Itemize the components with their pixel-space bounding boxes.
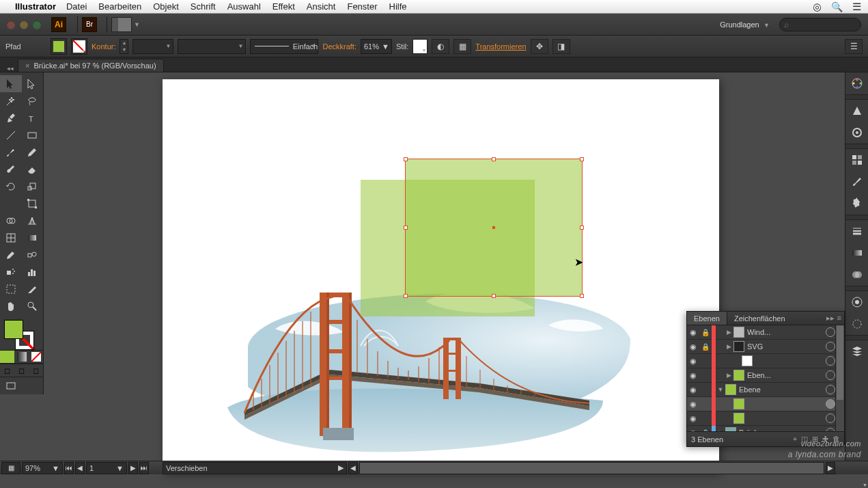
layer-row[interactable]: ◉ — [687, 411, 844, 426]
draw-behind-icon[interactable]: ◻ — [14, 364, 29, 377]
handle-top-left[interactable] — [404, 157, 408, 161]
align-button[interactable]: ▦▼ — [453, 39, 471, 54]
stroke-panel-icon[interactable] — [845, 220, 868, 242]
target-icon[interactable] — [826, 385, 835, 394]
layer-name[interactable]: Brücke — [739, 429, 826, 431]
artboard-tool[interactable] — [0, 280, 22, 297]
blob-brush-tool[interactable] — [0, 161, 22, 178]
disclosure-icon[interactable]: ▶ — [724, 329, 733, 336]
color-panel-icon[interactable] — [845, 72, 868, 94]
gradient-tool[interactable] — [22, 229, 44, 246]
artboard[interactable]: ➤ — [163, 79, 719, 473]
handle-top-right[interactable] — [580, 157, 584, 161]
search-input[interactable]: ⌕ — [779, 18, 861, 31]
visibility-toggle[interactable]: ◉ — [687, 357, 699, 366]
scale-tool[interactable] — [22, 178, 44, 195]
panel-menu-icon[interactable]: ≡ — [837, 314, 841, 323]
variable-width-dropdown[interactable]: ▼ — [178, 39, 246, 54]
slice-tool[interactable] — [22, 280, 44, 297]
visibility-toggle[interactable]: ◉ — [687, 414, 699, 423]
next-artboard-button[interactable]: ▶ — [128, 462, 138, 474]
mesh-tool[interactable] — [0, 229, 22, 246]
search-sys-icon[interactable]: 🔍 — [831, 1, 843, 12]
menu-hilfe[interactable]: Hilfe — [389, 1, 407, 12]
menu-bearbeiten[interactable]: Bearbeiten — [98, 1, 141, 12]
layer-row[interactable]: ◉ — [687, 354, 844, 368]
green-rect-selected[interactable] — [405, 159, 583, 297]
panel-menu-button[interactable]: ☰ — [845, 39, 863, 54]
first-artboard-button[interactable]: ⏮ — [64, 462, 74, 474]
column-graph-tool[interactable] — [22, 263, 44, 280]
zoom-level[interactable]: 97%▼ — [22, 462, 63, 474]
draw-normal-icon[interactable]: ◻ — [0, 364, 14, 377]
menu-datei[interactable]: Datei — [66, 1, 87, 12]
cc-icon[interactable]: ◎ — [813, 1, 822, 13]
style-swatch[interactable]: ▼ — [412, 39, 428, 54]
isolate-button[interactable]: ✥ — [531, 39, 548, 54]
current-tool-status[interactable]: Verschieben▶ — [163, 462, 347, 474]
symbol-sprayer-tool[interactable] — [0, 263, 22, 280]
layer-name[interactable]: Eben... — [747, 371, 826, 379]
target-icon[interactable] — [826, 399, 835, 409]
brushes-panel-icon[interactable] — [845, 171, 868, 193]
layer-row[interactable]: ◉🔒▶Brücke — [687, 426, 844, 431]
make-clip-icon[interactable]: ◫ — [801, 435, 808, 444]
document-tab[interactable]: × Brücke.ai* bei 97 % (RGB/Vorschau) — [18, 59, 164, 72]
gradient-panel-icon[interactable] — [845, 242, 868, 264]
horizontal-scrollbar[interactable] — [359, 462, 824, 474]
eyedropper-tool[interactable] — [0, 246, 22, 263]
blend-tool[interactable] — [22, 246, 44, 263]
layer-row[interactable]: ◉ — [687, 397, 844, 411]
menu-fenster[interactable]: Fenster — [347, 1, 377, 12]
app-name[interactable]: Illustrator — [15, 1, 56, 12]
pen-tool[interactable] — [0, 109, 22, 126]
artboard-number[interactable]: 1▼ — [86, 462, 127, 474]
opacity-label[interactable]: Deckkraft: — [322, 42, 356, 51]
visibility-toggle[interactable]: ◉ — [687, 342, 699, 351]
kuler-panel-icon[interactable] — [845, 122, 868, 144]
kontur-label[interactable]: Kontur: — [92, 42, 115, 51]
disclosure-icon[interactable]: ▶ — [716, 429, 725, 431]
tab-zeichenflaechen[interactable]: Zeichenflächen — [727, 312, 792, 325]
layer-row[interactable]: ◉▼Ebene — [687, 383, 844, 397]
menu-ansicht[interactable]: Ansicht — [307, 1, 336, 12]
lock-toggle[interactable]: 🔒 — [699, 329, 712, 336]
free-transform-tool[interactable] — [22, 195, 44, 212]
collapse-panel-icon[interactable]: ▸▸ — [826, 314, 835, 323]
arrange-documents-button[interactable] — [111, 17, 132, 32]
visibility-toggle[interactable]: ◉ — [687, 371, 699, 380]
stroke-swatch[interactable]: ▼ — [71, 38, 87, 55]
draw-inside-icon[interactable]: ◻ — [29, 364, 43, 377]
color-mode-icon[interactable] — [0, 351, 14, 363]
handle-bottom-mid[interactable] — [492, 294, 496, 298]
handle-top-mid[interactable] — [492, 157, 496, 161]
layer-name[interactable]: Ebene — [739, 385, 826, 394]
visibility-toggle[interactable]: ◉ — [687, 328, 699, 337]
direct-selection-tool[interactable] — [22, 75, 44, 92]
close-tab-icon[interactable]: × — [25, 62, 29, 70]
rotate-tool[interactable] — [0, 178, 22, 195]
menu-schrift[interactable]: Schrift — [191, 1, 216, 12]
brush-definition-dropdown[interactable]: Einfach▼ — [250, 39, 318, 54]
type-tool[interactable]: T — [22, 109, 44, 126]
symbols-panel-icon[interactable] — [845, 193, 868, 215]
layer-name[interactable]: Wind... — [747, 328, 826, 336]
menu-effekt[interactable]: Effekt — [272, 1, 295, 12]
last-artboard-button[interactable]: ⏭ — [139, 462, 149, 474]
eraser-tool[interactable] — [22, 161, 44, 178]
edit-clip-button[interactable]: ◨▼ — [552, 39, 570, 54]
graphic-styles-panel-icon[interactable] — [845, 313, 868, 335]
fill-swatch[interactable]: ▼ — [51, 38, 67, 55]
hscroll-right-icon[interactable]: ▶ — [826, 462, 835, 474]
handle-bottom-left[interactable] — [404, 294, 408, 298]
layer-name[interactable]: SVG — [747, 342, 826, 351]
handle-mid-right[interactable] — [580, 226, 584, 230]
layer-row[interactable]: ◉▶Eben... — [687, 368, 844, 383]
handle-mid-left[interactable] — [404, 226, 408, 230]
selection-tool[interactable] — [0, 75, 22, 92]
target-icon[interactable] — [826, 342, 835, 351]
delete-layer-icon[interactable]: 🗑 — [832, 435, 840, 444]
layers-scrollbar[interactable] — [835, 325, 844, 431]
recolor-button[interactable]: ◐ — [432, 39, 449, 54]
workspace-switcher[interactable]: Grundlagen ▼ — [716, 18, 774, 31]
